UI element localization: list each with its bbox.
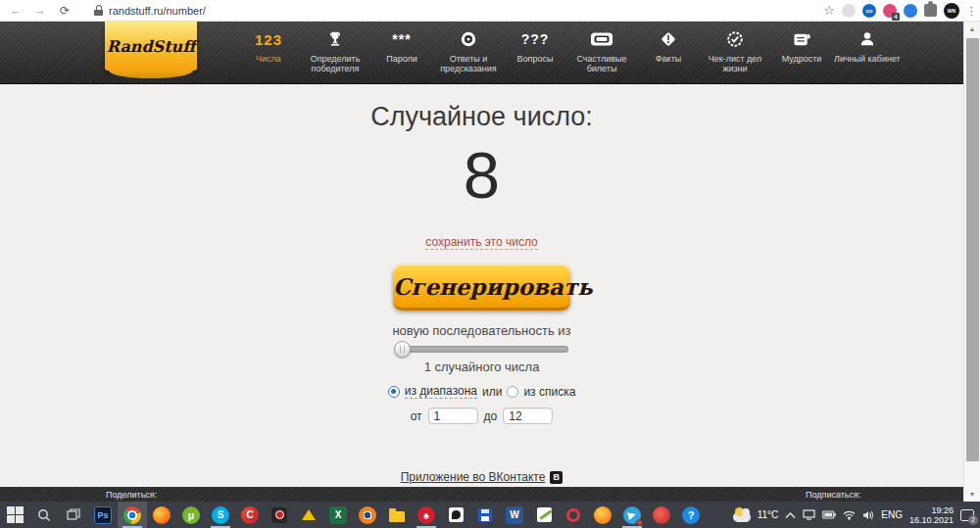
nav-item-passwords[interactable]: *** Пароли xyxy=(380,27,423,73)
excel-icon: X xyxy=(329,506,347,524)
slider-knob[interactable] xyxy=(394,341,411,358)
action-center-icon[interactable]: 2 xyxy=(960,509,974,521)
nav-item-checklist[interactable]: Чек-лист дел жизни xyxy=(701,27,769,73)
clock-date: 16.10.2021 xyxy=(909,515,954,525)
share-label: Поделиться: xyxy=(106,490,157,500)
photoshop-icon: Ps xyxy=(94,506,112,524)
taskbar-help-app[interactable]: ? xyxy=(676,502,706,528)
taskbar-file-explorer[interactable] xyxy=(382,502,412,528)
extension-co-icon[interactable]: co xyxy=(862,4,876,18)
start-button[interactable] xyxy=(0,502,29,528)
taskbar-clock[interactable]: 19:26 16.10.2021 xyxy=(909,505,954,525)
nav-item-numbers[interactable]: 123 Числа xyxy=(247,27,290,73)
extension-wn-icon[interactable]: WN xyxy=(944,3,959,19)
taskbar-red-app[interactable] xyxy=(647,502,676,528)
battery-icon[interactable] xyxy=(822,510,836,519)
to-input[interactable] xyxy=(503,408,553,424)
count-slider[interactable] xyxy=(396,346,568,353)
taskbar-photo-viewer[interactable] xyxy=(353,502,382,528)
taskbar-search-button[interactable] xyxy=(29,502,59,528)
language-indicator[interactable]: ENG xyxy=(881,509,903,520)
tray-expand-icon[interactable] xyxy=(785,511,796,519)
task-view-icon xyxy=(67,508,80,522)
site-footer-bar: Поделиться: Подписаться: xyxy=(0,487,963,502)
vk-icon[interactable]: В xyxy=(550,471,563,484)
taskbar-utorrent[interactable]: µ xyxy=(176,502,206,528)
bookmark-star-icon[interactable]: ☆ xyxy=(823,3,835,18)
adblock-extension-icon[interactable]: 4 xyxy=(883,4,897,18)
word-icon: W xyxy=(506,506,523,524)
taskbar-opera[interactable] xyxy=(559,502,588,528)
lock-icon[interactable] xyxy=(94,5,103,16)
taskbar-skype[interactable]: S xyxy=(206,502,235,528)
nav-item-account[interactable]: Личный кабинет xyxy=(834,27,901,73)
nav-item-wisdom[interactable]: Мудрости xyxy=(780,27,823,73)
nav-item-answers[interactable]: Ответы и предсказания xyxy=(434,27,503,73)
folder-icon xyxy=(389,511,405,522)
ticket-icon xyxy=(590,27,613,51)
taskbar-firefox[interactable] xyxy=(147,502,176,528)
extension-blue-icon[interactable] xyxy=(904,4,917,18)
list-radio-label[interactable]: из списка xyxy=(523,385,575,399)
firefox-icon xyxy=(153,506,171,524)
task-view-button[interactable] xyxy=(59,502,88,528)
weather-icon[interactable] xyxy=(733,512,751,522)
list-radio[interactable] xyxy=(507,386,518,398)
back-icon[interactable]: ← xyxy=(8,3,24,19)
asterisks-icon: *** xyxy=(392,27,411,51)
from-input[interactable] xyxy=(428,408,478,424)
search-icon xyxy=(37,508,51,522)
scrollbar-thumb[interactable] xyxy=(966,38,979,461)
checklist-badge-icon xyxy=(726,27,744,51)
nav-item-lucky-tickets[interactable]: Счастливые билеты xyxy=(567,27,636,73)
taskbar-telegram[interactable] xyxy=(617,502,647,528)
nav-item-winner[interactable]: Определить победителя xyxy=(301,27,369,73)
wifi-icon[interactable] xyxy=(843,510,856,520)
nav-item-facts[interactable]: Факты xyxy=(647,27,690,73)
address-bar[interactable]: randstuff.ru/number/ xyxy=(109,5,206,17)
range-radio-label[interactable]: из диапазона xyxy=(405,384,477,399)
range-radio[interactable] xyxy=(388,386,400,398)
generate-button[interactable]: Сгенерировать xyxy=(393,264,570,311)
random-number-value: 8 xyxy=(464,136,500,215)
display-tray-icon[interactable] xyxy=(803,509,815,520)
save-number-link[interactable]: сохранить это число xyxy=(425,235,537,250)
page-scrollbar[interactable]: ▲ ▼ xyxy=(963,22,980,502)
randstuff-logo[interactable]: RandStuff xyxy=(105,22,197,71)
taskbar-game[interactable] xyxy=(441,502,470,528)
taskbar-ccleaner[interactable]: C xyxy=(235,502,265,528)
taskbar-chrome[interactable] xyxy=(118,502,147,528)
taskbar-warning-app[interactable] xyxy=(294,502,323,528)
subscribe-label: Подписаться: xyxy=(806,490,860,500)
firefox-icon xyxy=(594,506,612,524)
taskbar-excel[interactable]: X xyxy=(323,502,353,528)
extension-icon[interactable] xyxy=(842,4,856,18)
windows-taskbar: Ps µ S C X ♠ W ? 11°C ENG 19:26 16.10.20… xyxy=(0,502,980,528)
123-icon: 123 xyxy=(255,27,282,51)
forward-icon[interactable]: → xyxy=(31,3,47,19)
vk-app-link[interactable]: Приложение во ВКонтакте xyxy=(401,470,546,484)
taskbar-notepad[interactable] xyxy=(529,502,559,528)
browser-toolbar: ← → ⟳ randstuff.ru/number/ ☆ co 4 WN ⋮ xyxy=(0,0,980,22)
windows-icon xyxy=(7,506,24,523)
refresh-icon[interactable]: ⟳ xyxy=(57,4,73,18)
telegram-icon xyxy=(623,506,641,524)
scroll-down-icon[interactable]: ▼ xyxy=(964,487,980,502)
taskbar-photoshop[interactable]: Ps xyxy=(88,502,118,528)
nav-item-questions[interactable]: ??? Вопросы xyxy=(514,27,557,73)
page-title: Случайное число: xyxy=(370,102,593,132)
scroll-up-icon[interactable]: ▲ xyxy=(964,22,980,36)
web-page: RandStuff 123 Числа Определить победител… xyxy=(0,22,980,502)
adblock-badge: 4 xyxy=(892,13,900,21)
question-icon: ? xyxy=(682,506,700,524)
taskbar-word[interactable]: W xyxy=(500,502,529,528)
notification-badge: 2 xyxy=(968,515,978,525)
taskbar-recorder[interactable] xyxy=(265,502,294,528)
taskbar-floppy-app[interactable] xyxy=(470,502,500,528)
volume-icon[interactable] xyxy=(862,510,874,520)
extensions-puzzle-icon[interactable] xyxy=(924,4,937,17)
taskbar-pokerstars[interactable]: ♠ xyxy=(412,502,441,528)
browser-menu-icon[interactable]: ⋮ xyxy=(966,9,972,13)
temperature-label[interactable]: 11°C xyxy=(758,509,779,520)
taskbar-firefox-2[interactable] xyxy=(588,502,617,528)
